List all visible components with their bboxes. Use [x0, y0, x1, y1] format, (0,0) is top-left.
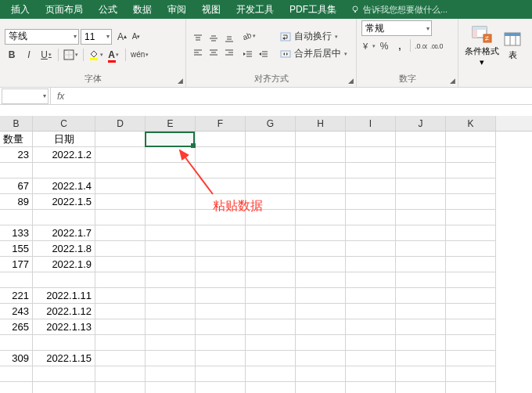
column-header[interactable]: G [246, 116, 296, 131]
cell[interactable] [296, 163, 346, 178]
cell[interactable]: 265 [0, 319, 33, 335]
cell[interactable] [246, 366, 296, 382]
align-left-button[interactable] [191, 46, 205, 59]
cell[interactable] [146, 382, 196, 393]
cell[interactable] [396, 132, 446, 147]
cell[interactable] [95, 304, 146, 319]
conditional-format-button[interactable]: ≠ 条件格式▾ [463, 23, 501, 69]
cell[interactable] [33, 335, 95, 351]
tab-review[interactable]: 审阅 [160, 0, 194, 19]
tab-developer[interactable]: 开发工具 [228, 0, 282, 19]
cell[interactable] [95, 382, 146, 393]
cell[interactable] [446, 194, 496, 210]
tab-pdf-tools[interactable]: PDF工具集 [282, 0, 344, 19]
cell[interactable] [246, 304, 296, 319]
cell[interactable]: 133 [0, 225, 33, 241]
formula-input[interactable] [70, 88, 532, 104]
cell[interactable] [196, 272, 246, 288]
cell[interactable] [246, 288, 296, 304]
cell[interactable] [396, 163, 446, 178]
cell[interactable] [396, 257, 446, 272]
cell[interactable] [396, 178, 446, 194]
cell[interactable] [0, 366, 33, 382]
cell[interactable] [346, 319, 396, 335]
cell[interactable] [446, 304, 496, 319]
dialog-launcher-icon[interactable]: ◢ [178, 77, 183, 85]
font-name-combo[interactable]: 等线 ▾ [5, 29, 79, 45]
cell[interactable] [95, 272, 146, 288]
cell[interactable] [396, 147, 446, 163]
cell[interactable] [446, 382, 496, 393]
orientation-button[interactable]: ab [241, 29, 256, 43]
column-header[interactable]: B [0, 116, 33, 131]
column-header[interactable]: I [346, 116, 396, 131]
cell[interactable] [396, 366, 446, 382]
cell[interactable] [396, 288, 446, 304]
cell[interactable]: 89 [0, 194, 33, 210]
cell[interactable] [95, 178, 146, 194]
cell[interactable] [296, 366, 346, 382]
cell[interactable] [95, 241, 146, 257]
cell[interactable] [296, 147, 346, 163]
column-header[interactable]: E [146, 116, 196, 131]
cell[interactable]: 2022.1.4 [33, 178, 95, 194]
cell[interactable]: 2022.1.11 [33, 288, 95, 304]
cell[interactable] [246, 257, 296, 272]
cell[interactable] [246, 225, 296, 241]
cell[interactable] [33, 210, 95, 225]
cell[interactable] [446, 178, 496, 194]
merge-center-button[interactable]: 合并后居中 [277, 46, 350, 62]
cell[interactable] [396, 304, 446, 319]
cell[interactable]: 221 [0, 288, 33, 304]
cell[interactable] [396, 319, 446, 335]
cell[interactable] [246, 178, 296, 194]
cell[interactable] [296, 319, 346, 335]
align-center-button[interactable] [207, 46, 221, 59]
cell[interactable] [346, 382, 396, 393]
cell[interactable] [346, 225, 396, 241]
cell[interactable] [346, 335, 396, 351]
cell[interactable] [95, 147, 146, 163]
cell[interactable] [0, 382, 33, 393]
column-header[interactable]: H [296, 116, 346, 131]
cell[interactable] [196, 288, 246, 304]
cell[interactable] [296, 194, 346, 210]
cell[interactable] [446, 288, 496, 304]
cell[interactable] [196, 351, 246, 366]
cell[interactable]: 155 [0, 241, 33, 257]
dialog-launcher-icon[interactable]: ◢ [450, 77, 455, 85]
cell[interactable] [196, 147, 246, 163]
cell[interactable] [446, 147, 496, 163]
fx-icon[interactable]: fx [51, 91, 70, 102]
cell[interactable] [146, 194, 196, 210]
format-table-button[interactable]: 表 [501, 31, 524, 63]
cell[interactable] [146, 272, 196, 288]
cell[interactable] [296, 241, 346, 257]
cell[interactable] [196, 210, 246, 225]
cell[interactable] [446, 366, 496, 382]
cell[interactable] [296, 257, 346, 272]
cell[interactable] [246, 382, 296, 393]
cell[interactable] [296, 304, 346, 319]
cell[interactable] [396, 210, 446, 225]
cell[interactable] [146, 147, 196, 163]
column-header[interactable]: K [446, 116, 496, 131]
cell[interactable] [196, 178, 246, 194]
cell[interactable] [146, 163, 196, 178]
cell[interactable] [346, 178, 396, 194]
cell[interactable] [246, 351, 296, 366]
cell[interactable] [346, 147, 396, 163]
cell[interactable] [246, 132, 296, 147]
cell[interactable]: 2022.1.5 [33, 194, 95, 210]
border-button[interactable] [63, 48, 78, 62]
cell[interactable] [346, 304, 396, 319]
font-color-button[interactable]: A [106, 48, 120, 62]
column-header[interactable]: F [196, 116, 246, 131]
cell[interactable] [246, 241, 296, 257]
increase-indent-button[interactable] [257, 48, 271, 62]
wrap-text-button[interactable]: 自动换行 [277, 29, 350, 45]
cell[interactable] [95, 288, 146, 304]
cell[interactable]: 2022.1.15 [33, 351, 95, 366]
column-header[interactable]: C [33, 116, 95, 131]
cell[interactable] [296, 210, 346, 225]
